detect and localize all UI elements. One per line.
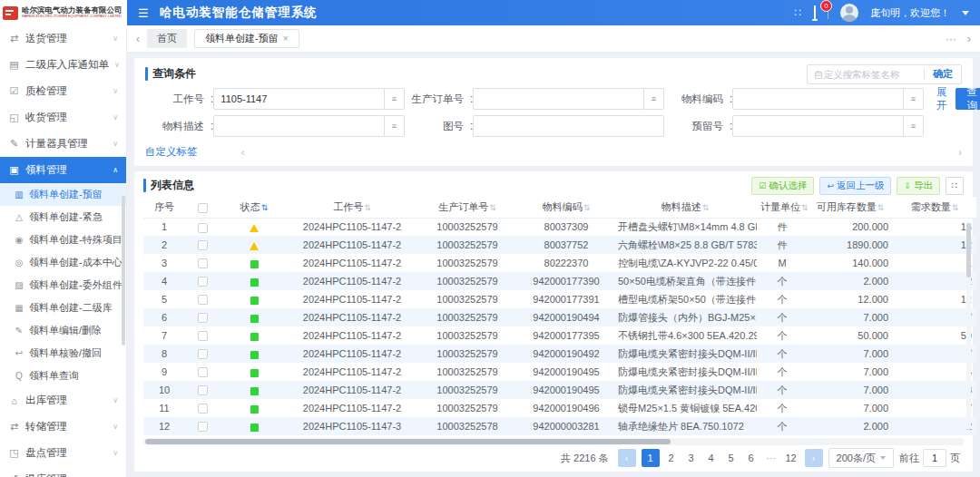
table-row[interactable]: 42024HPC1105-1147-2100032525799420001773… [143, 272, 976, 290]
col-header-work_no[interactable]: 工作号⇅ [289, 197, 416, 218]
table-row[interactable]: 12024HPC1105-1147-21000325257980037309开槽… [143, 218, 976, 236]
column-settings-icon[interactable]: ∷ [946, 177, 964, 195]
sidebar-subitem-create-costcenter[interactable]: ◎领料单创建-成本中心 [0, 251, 126, 274]
page-button-2[interactable]: 2 [663, 449, 680, 467]
sort-icon[interactable]: ⇅ [489, 203, 496, 212]
tag-confirm-button[interactable]: 确定 [925, 67, 961, 81]
reserve-no-input[interactable] [732, 115, 904, 137]
tag-scroll-right-icon[interactable]: › [958, 146, 962, 159]
sidebar-subitem-create-reserve[interactable]: ▥领料单创建-预留 [0, 183, 126, 206]
sidebar-item-receiving[interactable]: ◱收货管理∨ [0, 104, 126, 131]
col-header-demand[interactable]: 需求数量⇅ [893, 197, 976, 218]
sidebar-subitem-verify-revoke[interactable]: ↩领料单核验/撤回 [0, 342, 126, 365]
sidebar-subitem-create-outsource[interactable]: ▨领料单创建-委外组件 [0, 274, 126, 297]
sort-icon[interactable]: ⇅ [801, 203, 808, 212]
custom-tag-link[interactable]: 自定义标签 [145, 145, 198, 159]
row-checkbox[interactable] [198, 385, 208, 395]
custom-tag-name-input[interactable] [808, 65, 924, 83]
list-select-icon[interactable]: ≡ [904, 115, 924, 137]
page-button-1[interactable]: 1 [642, 449, 660, 467]
sidebar-subitem-create-urgent[interactable]: △领料单创建-紧急 [0, 206, 126, 229]
sidebar-item-measuring[interactable]: ✎计量器具管理∨ [0, 131, 126, 157]
row-checkbox[interactable] [198, 277, 208, 287]
work-no-input[interactable] [213, 88, 385, 110]
sidebar-scrollbar[interactable] [122, 196, 125, 346]
table-row[interactable]: 72024HPC1105-1147-2100032525799420001773… [143, 326, 976, 345]
expand-link[interactable]: 展开 [936, 85, 947, 112]
goto-page-input[interactable] [923, 449, 946, 467]
page-button-3[interactable]: 3 [683, 449, 700, 467]
col-header-check[interactable] [185, 197, 220, 218]
row-checkbox[interactable] [198, 367, 208, 377]
table-row[interactable]: 62024HPC1105-1147-2100032525799420001904… [143, 308, 976, 326]
col-header-status[interactable]: 状态⇅ [220, 197, 289, 218]
table-row[interactable]: 112024HPC1105-1147-210003252579942000190… [143, 399, 976, 417]
list-select-icon[interactable]: ≡ [644, 88, 664, 110]
drawing-no-input[interactable] [473, 115, 664, 137]
list-select-icon[interactable]: ≡ [385, 88, 405, 110]
list-select-icon[interactable]: ≡ [904, 88, 924, 110]
avatar[interactable] [840, 4, 858, 22]
order-no-input[interactable] [473, 88, 644, 110]
sort-icon[interactable]: ⇅ [261, 203, 269, 212]
page-size-select[interactable]: 200条/页 [828, 448, 894, 468]
back-level-button[interactable]: ↩ 返回上一级 [819, 177, 891, 195]
row-checkbox[interactable] [198, 331, 208, 341]
sidebar-item-return[interactable]: ↺退库管理∨ [0, 466, 126, 477]
sidebar-subitem-create-level2[interactable]: ▦领料单创建-二级库 [0, 297, 126, 319]
sidebar-item-transfer[interactable]: ⇄转储管理∨ [0, 414, 126, 440]
sidebar-item-quality[interactable]: ☑质检管理∨ [0, 78, 126, 104]
notification-bell-icon[interactable]: 0 [814, 6, 816, 19]
col-header-unit[interactable]: 计量单位⇅ [757, 197, 808, 218]
table-row[interactable]: 22024HPC1105-1147-21000325257980037752六角… [143, 236, 976, 254]
sort-icon[interactable]: ⇅ [952, 203, 959, 212]
sidebar-subitem-edit-delete[interactable]: ✎领料单编辑/删除 [0, 319, 126, 342]
row-checkbox[interactable] [198, 313, 208, 323]
prev-page-button[interactable]: ‹ [618, 449, 636, 467]
search-button[interactable]: 查询 [956, 88, 980, 110]
table-row[interactable]: 32024HPC1105-1147-21000325257980222370控制… [143, 254, 976, 272]
sidebar-item-stocktake[interactable]: ◳盘点管理∨ [0, 440, 126, 466]
sort-icon[interactable]: ⇅ [364, 203, 371, 212]
material-desc-input[interactable] [213, 115, 385, 137]
sort-icon[interactable]: ⇅ [583, 203, 591, 212]
tag-scroll-left-icon[interactable]: ‹ [241, 146, 245, 159]
tab-create-reserve[interactable]: 领料单创建-预留 × [194, 29, 299, 48]
table-row[interactable]: 122024HPC1105-1147-310003252578942000003… [143, 417, 976, 435]
row-checkbox[interactable] [198, 223, 208, 233]
table-row[interactable]: 52024HPC1105-1147-2100032525799420001773… [143, 290, 976, 308]
sort-icon[interactable]: ⇅ [877, 203, 885, 212]
list-select-icon[interactable]: ≡ [385, 115, 405, 137]
tab-home[interactable]: 首页 [147, 29, 187, 48]
table-vertical-scrollbar[interactable] [966, 221, 971, 430]
tab-more-icon[interactable]: ··· [946, 33, 956, 45]
table-row[interactable]: 92024HPC1105-1147-2100032525799420001904… [143, 363, 976, 381]
row-checkbox[interactable] [198, 422, 208, 432]
row-checkbox[interactable] [198, 404, 208, 414]
col-header-desc[interactable]: 物料描述⇅ [613, 197, 757, 218]
sort-icon[interactable]: ⇅ [702, 203, 710, 212]
tab-back-arrow[interactable]: ‹ [136, 33, 140, 45]
col-header-stock[interactable]: 可用库存数量⇅ [808, 197, 893, 218]
material-code-input[interactable] [732, 88, 904, 110]
row-checkbox[interactable] [198, 258, 208, 268]
sidebar-item-delivery[interactable]: ⇄送货管理∨ [0, 25, 126, 52]
select-all-checkbox[interactable] [198, 203, 208, 213]
tab-forward-arrow[interactable]: › [967, 33, 971, 45]
sidebar-item-outbound[interactable]: ⌂出库管理∨ [0, 387, 126, 414]
page-button-5[interactable]: 5 [723, 449, 740, 467]
row-checkbox[interactable] [198, 240, 208, 250]
chevron-down-icon[interactable] [962, 11, 969, 15]
hscroll-thumb[interactable] [145, 439, 671, 444]
sidebar-subitem-query[interactable]: Q领料单查询 [0, 365, 126, 387]
table-row[interactable]: 102024HPC1105-1147-210003252579942000190… [143, 381, 976, 399]
col-header-order_no[interactable]: 生产订单号⇅ [416, 197, 519, 218]
next-page-button[interactable]: › [805, 449, 823, 467]
export-button[interactable]: ⇩ 导出 [897, 177, 940, 195]
page-button-4[interactable]: 4 [703, 449, 720, 467]
table-row[interactable]: 82024HPC1105-1147-2100032525799420001904… [143, 345, 976, 363]
col-header-material_code[interactable]: 物料编码⇅ [519, 197, 613, 218]
row-checkbox[interactable] [198, 349, 208, 359]
fullscreen-icon[interactable]: ∷ [794, 6, 802, 19]
page-button-12[interactable]: 12 [783, 449, 799, 467]
